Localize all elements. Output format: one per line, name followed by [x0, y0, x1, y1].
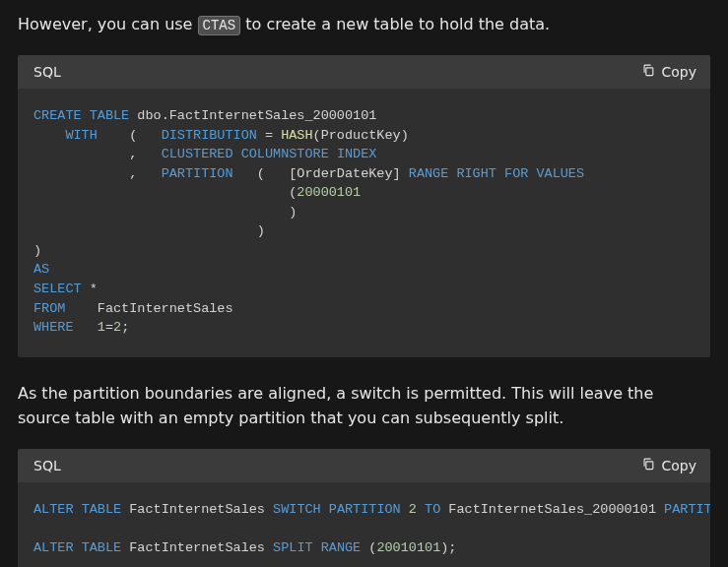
ctas-keyword: CTAS: [198, 16, 241, 35]
language-label: SQL: [33, 61, 61, 83]
code-block-2-header: SQL Copy: [18, 449, 710, 482]
sql-code-2[interactable]: ALTER TABLE FactInternetSales SWITCH PAR…: [18, 482, 710, 567]
text-before: However, you can use: [18, 15, 198, 33]
sql-code-1[interactable]: CREATE TABLE dbo.FactInternetSales_20000…: [18, 89, 710, 357]
copy-label: Copy: [661, 455, 696, 476]
copy-button[interactable]: Copy: [641, 61, 696, 83]
copy-icon: [641, 455, 655, 476]
svg-rect-0: [646, 67, 653, 75]
svg-rect-1: [646, 462, 653, 470]
text-after: to create a new table to hold the data.: [240, 15, 550, 33]
code-block-1-header: SQL Copy: [18, 55, 710, 89]
intro-paragraph-1: However, you can use CTAS to create a ne…: [18, 12, 710, 37]
intro-paragraph-2: As the partition boundaries are aligned,…: [18, 381, 710, 431]
copy-icon: [641, 61, 655, 83]
language-label: SQL: [33, 455, 61, 476]
code-block-2: SQL Copy ALTER TABLE FactInternetSales S…: [18, 449, 710, 567]
code-block-1: SQL Copy CREATE TABLE dbo.FactInternetSa…: [18, 55, 710, 357]
copy-label: Copy: [661, 61, 696, 83]
copy-button[interactable]: Copy: [641, 455, 696, 476]
